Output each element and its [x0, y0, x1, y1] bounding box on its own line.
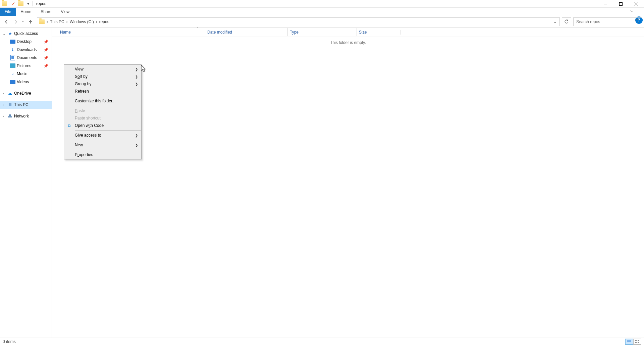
- address-folder-icon[interactable]: [38, 18, 46, 26]
- ctx-label: Refresh: [75, 89, 89, 94]
- forward-button[interactable]: [11, 17, 20, 26]
- tree-documents[interactable]: Documents 📌: [0, 54, 52, 62]
- tree-pictures[interactable]: Pictures 📌: [0, 62, 52, 70]
- ctx-customize[interactable]: Customize this folder...: [64, 97, 141, 105]
- address-bar[interactable]: › This PC › Windows (C:) › repos ⌄: [37, 17, 560, 26]
- ctx-label: New: [75, 143, 83, 147]
- qat-customize-icon[interactable]: ▾: [25, 1, 31, 7]
- column-size[interactable]: Size: [357, 30, 400, 35]
- column-label: Type: [290, 30, 299, 35]
- ctx-label: Paste: [75, 108, 85, 113]
- pin-icon: 📌: [44, 48, 48, 52]
- status-item-count: 0 items: [3, 339, 16, 344]
- column-label: Date modified: [207, 30, 232, 35]
- qat-properties-icon[interactable]: ✓: [10, 1, 16, 7]
- tree-label: Quick access: [14, 31, 38, 36]
- desktop-icon: [10, 39, 15, 44]
- app-icon: [1, 1, 7, 7]
- breadcrumb-repos[interactable]: repos: [98, 18, 111, 26]
- tree-label: OneDrive: [14, 91, 31, 96]
- downloads-icon: ⭳: [10, 47, 15, 52]
- ctx-new[interactable]: New ❯: [64, 141, 141, 149]
- ctx-group-by[interactable]: Group by ❯: [64, 80, 141, 88]
- pin-icon: 📌: [44, 40, 48, 44]
- breadcrumb-this-pc[interactable]: This PC: [49, 18, 66, 26]
- separator: [9, 1, 9, 6]
- tree-label: Pictures: [17, 63, 31, 68]
- column-type[interactable]: Type: [288, 30, 357, 35]
- menu-separator: [75, 106, 141, 106]
- qat-newfolder-icon[interactable]: [18, 1, 24, 7]
- submenu-arrow-icon: ❯: [135, 82, 138, 86]
- network-icon: 🖧: [7, 113, 13, 119]
- documents-icon: [10, 55, 15, 60]
- ctx-paste: Paste: [64, 107, 141, 114]
- tree-label: Music: [17, 71, 27, 76]
- ctx-open-with-code[interactable]: ⧉ Open with Code: [64, 122, 141, 129]
- chevron-right-icon[interactable]: ›: [46, 19, 49, 24]
- pin-icon: 📌: [44, 56, 48, 60]
- recent-locations-button[interactable]: [21, 17, 25, 26]
- ribbon-tabs: File Home Share View ?: [0, 8, 644, 16]
- tab-share[interactable]: Share: [36, 8, 56, 16]
- tree-network[interactable]: › 🖧 Network: [0, 112, 52, 120]
- tree-label: This PC: [14, 102, 29, 107]
- tree-label: Videos: [17, 80, 29, 84]
- chevron-right-icon[interactable]: ›: [3, 114, 6, 118]
- pin-icon: 📌: [44, 64, 48, 68]
- minimize-button[interactable]: [598, 0, 613, 8]
- menu-separator: [75, 130, 141, 131]
- tab-home[interactable]: Home: [16, 8, 36, 16]
- ctx-sort-by[interactable]: Sort by ❯: [64, 73, 141, 80]
- chevron-right-icon[interactable]: ›: [66, 19, 68, 24]
- ribbon-expand-icon[interactable]: [630, 9, 634, 14]
- maximize-button[interactable]: [613, 0, 629, 8]
- column-label: Size: [359, 30, 367, 35]
- ctx-label: Group by: [75, 82, 91, 86]
- search-input[interactable]: Search repos: [573, 17, 642, 26]
- tab-file[interactable]: File: [0, 8, 16, 16]
- tree-quick-access[interactable]: ⌄ ★ Quick access: [0, 30, 52, 38]
- tree-music[interactable]: ♪ Music: [0, 70, 52, 78]
- column-name[interactable]: Name ⌃: [58, 30, 205, 35]
- tree-downloads[interactable]: ⭳ Downloads 📌: [0, 46, 52, 54]
- chevron-right-icon[interactable]: ›: [3, 103, 6, 107]
- ctx-give-access[interactable]: Give access to ❯: [64, 132, 141, 139]
- tree-videos[interactable]: Videos: [0, 78, 52, 86]
- tree-label: Documents: [17, 55, 37, 60]
- svg-line-6: [638, 22, 639, 23]
- details-view-button[interactable]: [625, 339, 633, 345]
- menu-separator: [75, 150, 141, 150]
- svg-rect-14: [638, 342, 639, 343]
- close-button[interactable]: [629, 0, 644, 8]
- tree-this-pc[interactable]: › 🖥 This PC: [0, 101, 52, 109]
- chevron-down-icon[interactable]: ⌄: [3, 32, 6, 36]
- chevron-right-icon[interactable]: ›: [95, 19, 98, 24]
- separator: [33, 1, 33, 6]
- large-icons-view-button[interactable]: [633, 339, 641, 345]
- search-icon: [635, 19, 640, 24]
- dropdown-icon[interactable]: ⌄: [553, 19, 559, 24]
- tree-label: Network: [14, 114, 29, 118]
- up-button[interactable]: [26, 17, 35, 26]
- chevron-right-icon[interactable]: ›: [3, 92, 6, 95]
- column-date[interactable]: Date modified: [205, 30, 287, 35]
- tree-onedrive[interactable]: › ☁ OneDrive: [0, 89, 52, 97]
- back-button[interactable]: [2, 17, 11, 26]
- navigation-bar: › This PC › Windows (C:) › repos ⌄ Searc…: [0, 16, 644, 28]
- ctx-refresh[interactable]: Refresh: [64, 88, 141, 95]
- videos-icon: [10, 79, 15, 85]
- tree-desktop[interactable]: Desktop 📌: [0, 38, 52, 46]
- refresh-button[interactable]: [562, 17, 571, 26]
- breadcrumb-windows-c[interactable]: Windows (C:): [68, 18, 95, 26]
- svg-point-5: [636, 19, 638, 22]
- status-bar: 0 items: [0, 338, 644, 345]
- music-icon: ♪: [10, 71, 15, 77]
- tree-label: Desktop: [17, 39, 32, 44]
- ctx-paste-shortcut: Paste shortcut: [64, 114, 141, 122]
- search-placeholder: Search repos: [576, 19, 600, 24]
- ctx-view[interactable]: View ❯: [64, 65, 141, 73]
- titlebar: ✓ ▾ repos: [0, 0, 644, 8]
- tab-view[interactable]: View: [56, 8, 74, 16]
- ctx-properties[interactable]: Properties: [64, 151, 141, 158]
